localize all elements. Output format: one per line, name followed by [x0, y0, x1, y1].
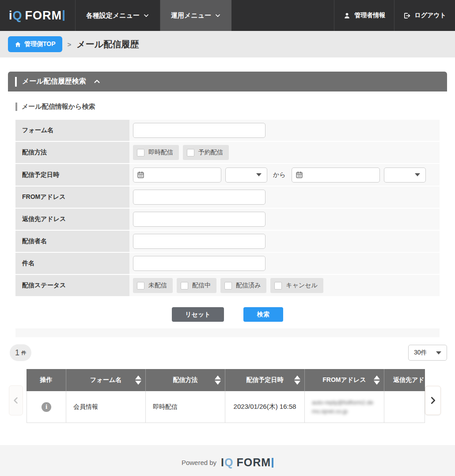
- delivery-history-table: 操作フォーム名配信方法配信予定日時FROMアドレス返信先アドレス i会員情報即時…: [27, 369, 425, 423]
- form-row-4: 返信先アドレス: [15, 209, 440, 230]
- text-field[interactable]: [133, 123, 265, 138]
- text-field[interactable]: [133, 212, 265, 227]
- checkbox[interactable]: [137, 282, 144, 289]
- search-subtitle: メール配信情報から検索: [22, 103, 95, 111]
- text-field[interactable]: [133, 256, 265, 271]
- logo-accent-bar: [63, 10, 64, 21]
- logout-label: ログアウト: [414, 11, 446, 19]
- form-name-cell: 会員情報: [66, 391, 146, 423]
- info-icon[interactable]: i: [42, 402, 51, 412]
- chevron-down-icon: [215, 12, 221, 19]
- app-logo[interactable]: iQFORM: [0, 0, 75, 31]
- date-from-field[interactable]: [133, 168, 221, 183]
- person-icon: [343, 12, 351, 19]
- search-panel-header[interactable]: メール配信履歴検索: [8, 72, 447, 91]
- sort-arrows-icon[interactable]: [294, 376, 300, 385]
- checkbox[interactable]: [224, 282, 232, 289]
- form-row-5: 配信者名: [15, 231, 440, 252]
- checkbox[interactable]: [137, 149, 144, 156]
- nav-menu-label: 運用メニュー: [171, 11, 211, 20]
- search-panel-body: メール配信情報から検索 フォーム名配信方法即時配信予約配信配信予定日時からFRO…: [8, 91, 447, 337]
- chevron-left-icon: [11, 396, 20, 405]
- checkbox-label: 配信中: [192, 282, 211, 289]
- result-count-badge: 1 件: [10, 344, 31, 361]
- subtitle-accent-bar: [15, 103, 17, 111]
- calendar-icon: [296, 171, 303, 179]
- reset-button[interactable]: リセット: [172, 307, 224, 322]
- search-button[interactable]: 検索: [243, 307, 283, 322]
- nav-menu-1[interactable]: 運用メニュー: [160, 0, 231, 31]
- admin-info-button[interactable]: 管理者情報: [334, 0, 394, 31]
- operation-cell: i: [27, 391, 66, 423]
- date-to-field[interactable]: [292, 168, 380, 183]
- form-row-value: 未配信配信中配信済みキャンセル: [129, 275, 440, 296]
- app-logo-text: iQFORM: [9, 9, 64, 23]
- checkbox-option[interactable]: 即時配信: [133, 145, 179, 160]
- checkbox-option[interactable]: 配信済み: [220, 278, 266, 293]
- date-from-field-input[interactable]: [147, 171, 217, 179]
- checkbox-option[interactable]: キャンセル: [270, 278, 323, 293]
- form-row-3: FROMアドレス: [15, 187, 440, 208]
- sort-arrows-icon[interactable]: [374, 376, 380, 385]
- table-scroll-left-button[interactable]: [9, 385, 23, 415]
- column-header-1[interactable]: フォーム名: [66, 369, 146, 391]
- date-to-field-input[interactable]: [306, 171, 376, 179]
- time-to-select[interactable]: [384, 168, 426, 183]
- panel-footer-strip: [15, 328, 440, 337]
- result-count-unit: 件: [21, 350, 26, 356]
- checkbox-option[interactable]: 未配信: [133, 278, 173, 293]
- chevron-down-icon: [415, 173, 420, 176]
- checkbox-label: 未配信: [148, 282, 167, 289]
- admin-info-label: 管理者情報: [354, 11, 385, 19]
- checkbox-label: 即時配信: [148, 149, 173, 156]
- result-count: 1: [15, 348, 19, 358]
- sort-arrows-icon[interactable]: [135, 376, 141, 385]
- breadcrumb-separator: >: [68, 41, 72, 48]
- page-size-select[interactable]: 30件: [408, 345, 447, 361]
- column-header-label: 返信先アドレス: [393, 376, 425, 384]
- checkbox[interactable]: [187, 149, 194, 156]
- nav-menu-0[interactable]: 各種設定メニュー: [75, 0, 160, 31]
- nav-menu-label: 各種設定メニュー: [86, 11, 140, 20]
- chevron-down-icon: [436, 351, 441, 354]
- table-scroll-right-button[interactable]: [425, 386, 441, 415]
- form-row-value: [129, 253, 440, 274]
- page-title: メール配信履歴: [76, 38, 139, 50]
- home-icon: [15, 41, 21, 48]
- text-field[interactable]: [133, 234, 265, 249]
- calendar-icon: [137, 171, 144, 179]
- column-header-3[interactable]: 配信予定日時: [225, 369, 305, 391]
- form-row-0: フォーム名: [15, 120, 440, 141]
- chevron-up-icon: [93, 78, 101, 85]
- checkbox-label: キャンセル: [286, 282, 318, 289]
- column-header-2[interactable]: 配信方法: [146, 369, 225, 391]
- form-row-label: 配信予定日時: [15, 164, 129, 186]
- chevron-right-icon: [428, 396, 438, 405]
- time-from-select[interactable]: [225, 168, 267, 183]
- column-header-4[interactable]: FROMアドレス: [305, 369, 384, 391]
- checkbox[interactable]: [274, 282, 282, 289]
- column-header-label: 配信予定日時: [246, 376, 284, 384]
- form-row-value: [129, 187, 440, 208]
- nav-spacer: [231, 0, 334, 31]
- footer-logo-accent-bar: [272, 458, 273, 468]
- form-row-1: 配信方法即時配信予約配信: [15, 142, 440, 163]
- logout-button[interactable]: ログアウト: [394, 0, 455, 31]
- checkbox[interactable]: [181, 282, 188, 289]
- checkbox-option[interactable]: 予約配信: [183, 145, 229, 160]
- logout-icon: [403, 12, 411, 19]
- column-header-label: 操作: [40, 376, 53, 384]
- form-row-value: [129, 209, 440, 230]
- breadcrumb-home-button[interactable]: 管理側TOP: [8, 36, 62, 52]
- form-row-label: 件名: [15, 253, 129, 274]
- chevron-down-icon: [256, 173, 262, 176]
- text-field[interactable]: [133, 190, 265, 205]
- column-header-label: フォーム名: [90, 376, 121, 384]
- form-row-label: フォーム名: [15, 120, 129, 141]
- search-panel-title: メール配信履歴検索: [22, 77, 86, 86]
- column-header-5: 返信先アドレス: [384, 369, 425, 391]
- column-header-label: 配信方法: [173, 376, 198, 384]
- column-header-0: 操作: [27, 369, 66, 391]
- checkbox-option[interactable]: 配信中: [177, 278, 216, 293]
- sort-arrows-icon[interactable]: [215, 376, 221, 385]
